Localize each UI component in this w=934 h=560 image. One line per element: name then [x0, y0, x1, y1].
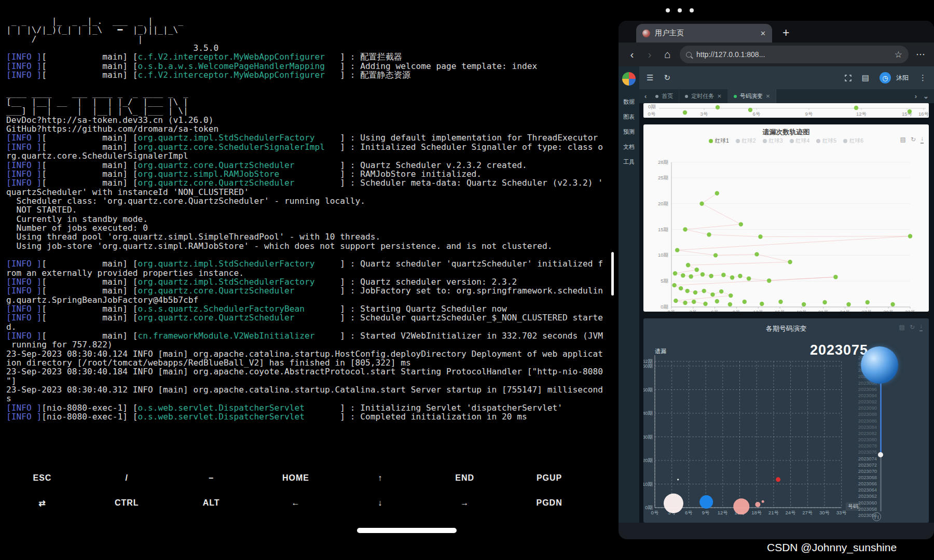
- chart-strip-partial[interactable]: 0期 0号3号6号9号12号15号16号: [643, 103, 929, 118]
- home-icon[interactable]: ⌂: [662, 48, 672, 61]
- terminal-key-↓[interactable]: ↓: [338, 491, 422, 515]
- tab-status-dot: [734, 95, 737, 98]
- terminal-key-pgup[interactable]: PGUP: [507, 466, 592, 491]
- terminal-key-home[interactable]: HOME: [254, 466, 338, 491]
- svg-text:33号: 33号: [905, 309, 916, 312]
- more-vert-icon[interactable]: ⋮: [919, 73, 927, 82]
- terminal-line: rom an externally provided properties in…: [6, 269, 603, 277]
- svg-text:0号: 0号: [668, 309, 676, 312]
- search-icon: [686, 52, 692, 58]
- app-tab-首页[interactable]: 首页: [650, 89, 679, 103]
- terminal-key-/[interactable]: /: [85, 466, 169, 491]
- terminal-line: Number of jobs executed: 0: [6, 223, 603, 232]
- terminal-key-alt[interactable]: ALT: [169, 491, 254, 515]
- terminal-key-→[interactable]: →: [422, 491, 507, 515]
- terminal-key-esc[interactable]: ESC: [0, 466, 85, 491]
- tabs-dropdown-icon[interactable]: ⌄: [920, 92, 932, 100]
- svg-text:18号: 18号: [796, 309, 807, 312]
- tab-close-icon[interactable]: ✕: [766, 93, 770, 99]
- period-item: 2023060: [851, 500, 877, 506]
- svg-text:15期: 15期: [658, 227, 668, 232]
- timeline-slider-track[interactable]: [880, 455, 882, 511]
- fullscreen-icon[interactable]: [845, 75, 851, 81]
- timeline-slider-handle[interactable]: [878, 452, 883, 457]
- pause-button[interactable]: ❙❙: [872, 512, 881, 521]
- sidebar-item-图表[interactable]: 图表: [623, 113, 635, 121]
- tab-close-icon[interactable]: ✕: [760, 30, 766, 37]
- browser-menu-icon[interactable]: ⋯: [916, 49, 926, 60]
- terminal-key-end[interactable]: END: [422, 466, 507, 491]
- terminal-scrollbar[interactable]: [611, 252, 614, 296]
- panel-miss-trajectory[interactable]: 遗漏次数轨迹图 红球1红球2红球3红球4红球5红球6 ▤ ↻ ↓ 0期5期10期…: [643, 124, 929, 312]
- terminal-line: NOT STARTED.: [6, 205, 603, 214]
- app-logo-icon[interactable]: [622, 72, 636, 86]
- period-item: 2023058: [851, 506, 877, 512]
- gesture-bar[interactable]: [357, 528, 457, 533]
- terminal-line: [INFO ][ main] [org.quartz.core.QuartzSc…: [6, 286, 603, 295]
- new-tab-button[interactable]: +: [782, 26, 789, 40]
- strip-chart-canvas: 0号3号6号9号12号15号16号: [643, 103, 929, 118]
- url-bar[interactable]: http://127.0.0.1:808... ☆: [680, 46, 909, 63]
- terminal-line: Scheduler class: 'org.quartz.core.Quartz…: [6, 197, 603, 205]
- sidebar-item-工具[interactable]: 工具: [623, 158, 635, 166]
- svg-text:24号: 24号: [840, 309, 851, 312]
- terminal-line: [6, 79, 603, 88]
- svg-text:10期: 10期: [643, 481, 653, 487]
- period-item: 2023074: [851, 456, 877, 462]
- browser-window-controls[interactable]: [666, 8, 694, 12]
- tab-label: 号码演变: [740, 92, 763, 100]
- forward-icon[interactable]: ›: [644, 48, 655, 61]
- bookmark-star-icon[interactable]: ☆: [895, 49, 902, 60]
- tab-close-icon[interactable]: ✕: [717, 93, 721, 99]
- terminal-line: [INFO ][ main] [c.f.V2.interceptor.MyWeb…: [6, 52, 603, 61]
- sidebar-item-文档[interactable]: 文档: [623, 143, 635, 151]
- terminal-line: [INFO ][ main] [cn.frameworkModule.V2Web…: [6, 331, 603, 340]
- tab-label: 定时任务: [691, 92, 714, 100]
- svg-text:9号: 9号: [733, 309, 740, 312]
- svg-text:25期: 25期: [658, 175, 668, 180]
- terminal-key-↑[interactable]: ↑: [338, 466, 422, 491]
- terminal-line: ion directory [/root/tomcat/webapps/RedB…: [6, 358, 603, 367]
- web-app: 数据图表预测文档工具 ☰ ↻ ▤ ◷ 沐阳 ⋮ ‹ 首页定时任务✕: [619, 66, 934, 523]
- username: 沐阳: [896, 74, 909, 82]
- svg-text:20期: 20期: [658, 201, 668, 206]
- svg-text:12号: 12号: [856, 111, 867, 117]
- period-item: 2023066: [851, 481, 877, 487]
- terminal-line: Currently in standby mode.: [6, 215, 603, 223]
- refresh-icon[interactable]: ↻: [664, 73, 670, 82]
- terminal-line: [INFO ][ main] [o.s.b.a.w.s.WelcomePageH…: [6, 62, 603, 71]
- terminal-key-–[interactable]: –: [169, 466, 254, 491]
- terminal-line: Using job-store 'org.quartz.simpl.RAMJob…: [6, 242, 603, 250]
- menu-fold-icon[interactable]: ☰: [647, 73, 653, 82]
- app-tab-号码演变[interactable]: 号码演变✕: [728, 89, 776, 103]
- terminal-line: [INFO ][ main] [c.f.V2.interceptor.MyWeb…: [6, 71, 603, 79]
- terminal-key-ctrl[interactable]: CTRL: [85, 491, 169, 515]
- sidebar-item-数据[interactable]: 数据: [623, 98, 635, 106]
- back-icon[interactable]: ‹: [627, 48, 637, 61]
- svg-text:30期: 30期: [643, 434, 653, 440]
- terminal-line: [INFO ][ main] [org.quartz.impl.StdSched…: [6, 277, 603, 286]
- browser-tab[interactable]: 用户主页 ✕: [636, 24, 772, 43]
- tab-favicon: [642, 30, 650, 37]
- app-tab-定时任务[interactable]: 定时任务✕: [679, 89, 727, 103]
- terminal-window[interactable]: _ _ |_ _ _|_. ___ _ | _ | | |\/|_)(_| | …: [0, 3, 615, 524]
- panel-number-evolution[interactable]: 各期号码演变 ▤ ↻ ↓ 遗漏 2023075 0期10期20期30期40期50…: [643, 318, 929, 523]
- terminal-key-pgdn[interactable]: PGDN: [507, 491, 592, 515]
- tab-status-dot: [655, 95, 658, 98]
- terminal-line: d.: [6, 323, 603, 331]
- app-content: 0期 0号3号6号9号12号15号16号 遗漏次数轨迹图 红球1红球2红球3红球…: [639, 103, 934, 523]
- tab-label: 首页: [662, 92, 673, 100]
- terminal-key-⇄[interactable]: ⇄: [0, 491, 85, 515]
- svg-text:62期: 62期: [643, 358, 653, 364]
- terminal-line: _ _ |_ _ _|_. ___ _ | _: [6, 17, 603, 25]
- tabs-scroll-left-icon[interactable]: ‹: [641, 92, 650, 100]
- key-row: ESC/–HOME↑ENDPGUP: [0, 466, 592, 491]
- terminal-line: g.quartz.SpringBeanJobFactory@4b5b7cbf: [6, 296, 603, 304]
- terminal-key-←[interactable]: ←: [254, 491, 338, 515]
- sidebar-item-预测[interactable]: 预测: [623, 128, 635, 136]
- avatar[interactable]: ◷: [880, 72, 891, 83]
- terminal-line: [INFO ][ main] [org.quartz.core.QuartzSc…: [6, 178, 603, 187]
- svg-text:9号: 9号: [805, 111, 813, 117]
- document-icon[interactable]: ▤: [862, 73, 869, 82]
- tabs-scroll-right-icon[interactable]: ›: [912, 92, 920, 100]
